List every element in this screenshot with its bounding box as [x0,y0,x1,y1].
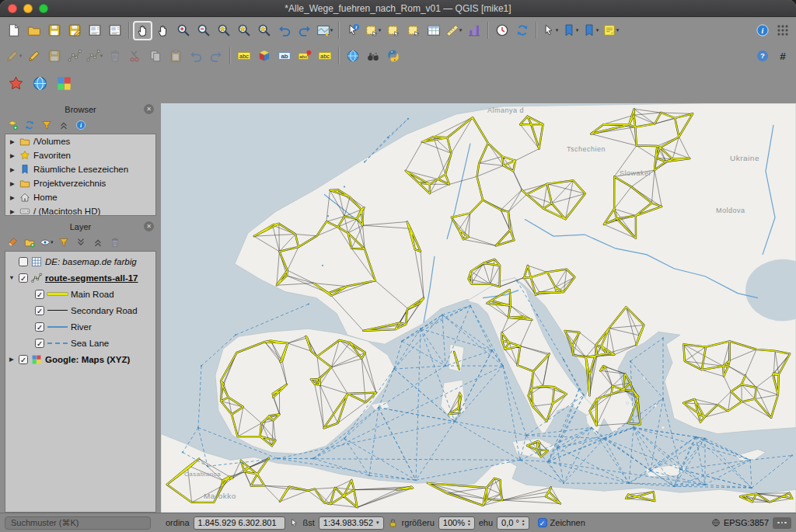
add-feature-button[interactable] [65,47,84,66]
zoom-full-extent-button[interactable] [214,21,233,40]
locator-search-input[interactable]: Suchmuster (⌘K) [5,516,151,530]
manage-map-themes-button[interactable]: ▾ [39,235,54,249]
layout-manager-button[interactable] [105,21,124,40]
layer-checkbox[interactable]: ✓ [35,322,44,332]
expander-icon[interactable]: ▶ [9,138,16,145]
project-save-as-button[interactable] [65,21,84,40]
crs-status-button[interactable]: EPSG:3857 [711,518,769,527]
deselect-features-button[interactable] [403,21,423,40]
lock-scale-button[interactable] [388,518,398,528]
open-layer-styling-button[interactable] [5,235,19,249]
browser-item-macintosh-hd[interactable]: ▶/ (Macintosh HD) [5,204,155,216]
browser-item-volumes[interactable]: ▶/Volumes [5,134,155,148]
layer-labeling-options-button[interactable] [234,47,253,66]
render-checkbox[interactable]: ✓ Zeichnen [538,518,585,527]
layer-item-basemap-de[interactable]: DE: basemap.de farbig [5,253,155,269]
statistical-summary-button[interactable] [464,21,484,40]
legend-item-sea-lane[interactable]: ✓Sea Lane [5,335,155,351]
filter-legend-button[interactable] [57,235,72,249]
browser-filter-button[interactable] [39,117,54,132]
minimize-button[interactable] [23,4,33,13]
layer-checkbox[interactable]: ✓ [35,290,44,299]
map-tips-button[interactable]: ▾ [540,21,560,40]
save-layer-edits-button[interactable] [44,47,64,66]
zoom-to-selection-button[interactable] [234,21,253,40]
layer-checkbox[interactable]: ✓ [35,339,44,348]
temporal-controller-button[interactable] [492,21,511,40]
remove-layer-button[interactable] [108,235,123,249]
paste-features-button[interactable] [166,47,185,66]
layer-checkbox[interactable]: ✓ [19,355,28,364]
expander-icon[interactable]: ▶ [8,356,16,363]
new-map-view-button[interactable]: ▾ [315,21,334,40]
browser-collapse-all-button[interactable] [56,117,71,132]
browser-item-favoriten[interactable]: ▶Favoriten [5,148,155,162]
layer-checkbox[interactable]: ✓ [35,306,44,315]
plugin-tool-2-button[interactable] [30,74,50,93]
show-spatial-bookmarks-button[interactable]: ▾ [581,21,600,40]
refresh-map-button[interactable] [512,21,532,40]
expander-icon[interactable]: ▶ [9,208,16,215]
measure-line-button[interactable]: ▾ [444,21,463,40]
new-print-layout-button[interactable] [85,21,104,40]
expander-icon[interactable]: ▶ [9,194,16,201]
new-annotation-button[interactable]: ▾ [601,21,620,40]
select-by-expression-button[interactable] [383,21,403,40]
zoom-to-layer-button[interactable] [254,21,274,40]
legend-item-main-road[interactable]: ✓Main Road [5,286,155,302]
browser-panel-close-button[interactable]: ✕ [144,104,154,114]
legend-item-secondary-road[interactable]: ✓Secondary Road [5,302,155,318]
select-features-button[interactable]: ▾ [363,21,382,40]
coordinate-input[interactable]: 1.845.929 6.302.801 [194,516,285,530]
zoom-last-button[interactable] [274,21,294,40]
close-button[interactable] [8,4,17,13]
help-contents-button[interactable] [752,47,772,66]
expander-icon[interactable]: ▼ [8,274,16,281]
cut-features-button[interactable] [125,47,145,66]
zoom-button[interactable] [39,4,48,13]
metasearch-button[interactable] [363,47,382,66]
expander-icon[interactable]: ▶ [9,152,16,159]
zoom-out-button[interactable] [194,21,213,40]
project-new-button[interactable] [4,21,23,40]
current-edits-button[interactable]: ▾ [4,47,23,66]
new-spatial-bookmark-button[interactable]: ▾ [560,21,580,40]
plugin-manager-button[interactable] [773,47,792,66]
browser-properties-button[interactable] [73,117,88,132]
map-canvas[interactable]: Almanya dTschechienSlowakeiUkraineMoldov… [161,103,796,513]
messages-button[interactable] [773,517,791,529]
magnifier-input[interactable]: 100% ▴▾ [438,516,475,530]
delete-selected-button[interactable] [105,47,124,66]
pan-map-button[interactable] [133,21,152,40]
toggle-editing-button[interactable] [24,47,44,66]
vertex-tool-button[interactable]: ▾ [85,47,104,66]
rotation-input[interactable]: 0,0 ° ▴▾ [497,516,529,530]
browser-refresh-button[interactable] [22,117,37,132]
expand-all-button[interactable] [74,235,89,249]
copy-features-button[interactable] [145,47,165,66]
zoom-next-button[interactable] [295,21,314,40]
layer-checkbox[interactable]: ✓ [19,273,28,283]
expander-icon[interactable]: ▶ [9,166,16,173]
layer-diagram-options-button[interactable] [254,47,274,66]
plugin-tool-3-button[interactable] [54,74,74,93]
pan-to-selection-button[interactable] [153,21,173,40]
browser-add-layers-button[interactable] [5,117,19,132]
move-label-button[interactable] [315,47,334,66]
layer-item-route-segments[interactable]: ▼✓route-segments-all-17 [5,269,155,286]
plugin-grid-button[interactable] [773,21,792,40]
open-attribute-table-button[interactable] [424,21,443,40]
web-menu-button[interactable] [343,47,362,66]
python-console-button[interactable] [383,47,403,66]
plugin-tool-1-button[interactable] [6,74,26,93]
browser-item-projektverzeichnis[interactable]: ▶Projektverzeichnis [5,176,155,190]
layers-panel-close-button[interactable]: ✕ [144,221,154,231]
layer-checkbox[interactable] [19,257,28,266]
info-button[interactable] [752,21,772,40]
collapse-all-button[interactable] [91,235,106,249]
spinner-icon[interactable]: ▴▾ [468,519,470,527]
legend-item-river[interactable]: ✓River [5,318,155,335]
add-group-button[interactable] [22,235,37,249]
layer-item-google-maps[interactable]: ▶✓Google: Maps (XYZ) [5,351,155,367]
zoom-in-button[interactable] [173,21,193,40]
